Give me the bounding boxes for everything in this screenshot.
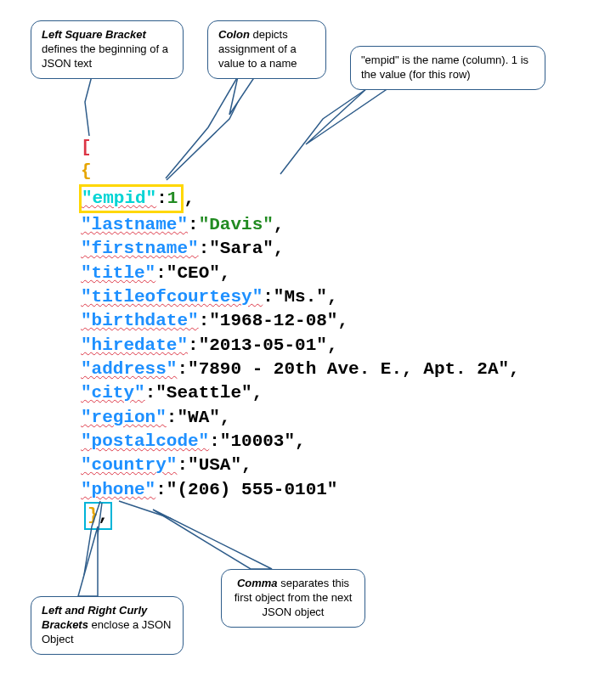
json-key: "birthdate" [81, 311, 199, 330]
colon-separator: : [188, 335, 199, 355]
json-key: "titleofcourtesy" [81, 287, 263, 307]
comma: , [220, 408, 231, 427]
code-line: "title":"CEO", [81, 262, 520, 285]
json-key: "empid" [82, 189, 156, 208]
callout-comma: Comma separates this first object from t… [221, 569, 365, 628]
json-key: "city" [81, 383, 145, 403]
json-key: "title" [81, 263, 155, 283]
json-key: "lastname" [81, 215, 188, 234]
open-square-bracket: [ [81, 138, 92, 157]
json-key: "region" [81, 408, 167, 427]
comma: , [327, 287, 338, 307]
json-value: "WA" [177, 408, 219, 427]
code-line: "country":"USA", [81, 453, 520, 477]
callout-text: defines the beginning of a JSON text [42, 42, 168, 70]
close-curly-brace: } [88, 505, 99, 525]
colon-separator: : [177, 455, 188, 475]
svg-marker-2 [78, 527, 98, 596]
code-line: "titleofcourtesy":"Ms.", [81, 285, 520, 309]
colon-separator: : [155, 263, 167, 283]
colon-separator: : [167, 408, 178, 427]
code-line: "address":"7890 - 20th Ave. E., Apt. 2A"… [81, 358, 520, 381]
json-code-block: [ { "empid":1,"lastname":"Davis","firstn… [81, 136, 520, 530]
json-key: "address" [81, 359, 177, 379]
json-key: "phone" [81, 480, 155, 499]
comma: , [509, 359, 520, 379]
colon-separator: : [155, 480, 167, 499]
colon-separator: : [209, 431, 220, 451]
callout-text: "empid" is the name (column). 1 is the v… [361, 54, 528, 81]
comma: , [337, 311, 348, 330]
code-line: "postalcode":"10003", [81, 430, 520, 453]
colon-separator: : [145, 383, 156, 403]
callout-curly-brackets: Left and Right Curly Brackets enclose a … [31, 596, 184, 655]
json-value: "Sara" [209, 239, 274, 258]
json-value: "Ms." [274, 287, 327, 307]
json-value: "2013-05-01" [199, 335, 327, 355]
json-key: "postalcode" [81, 431, 209, 451]
json-key: "hiredate" [81, 335, 188, 355]
json-value: "(206) 555-0101" [167, 480, 338, 499]
code-line: "phone":"(206) 555-0101" [81, 478, 520, 502]
callout-bold: Left Square Bracket [42, 28, 146, 41]
colon-separator: : [188, 215, 199, 234]
comma: , [274, 215, 285, 234]
colon-separator: : [199, 239, 210, 258]
code-line: "empid":1, [81, 184, 520, 213]
colon-separator: : [199, 311, 210, 330]
open-curly-brace: { [81, 161, 92, 181]
callout-bold: Colon [218, 28, 250, 41]
colon-separator: : [177, 359, 188, 379]
comma: , [184, 189, 195, 208]
separator-comma: , [99, 505, 110, 525]
json-value: "1968-12-08" [209, 311, 337, 330]
comma: , [327, 335, 338, 355]
json-value: "CEO" [167, 263, 220, 283]
comma: , [295, 431, 306, 451]
callout-empid: "empid" is the name (column). 1 is the v… [350, 46, 545, 90]
code-line: "birthdate":"1968-12-08", [81, 309, 520, 333]
json-key: "firstname" [81, 239, 199, 258]
json-value: "USA" [188, 455, 241, 475]
callout-bold: Comma [237, 577, 278, 589]
callout-left-bracket: Left Square Bracket defines the beginnin… [31, 20, 184, 79]
comma: , [252, 383, 263, 403]
comma: , [220, 263, 231, 283]
json-value: "10003" [220, 431, 295, 451]
code-line: "city":"Seattle", [81, 381, 520, 405]
code-line: "firstname":"Sara", [81, 237, 520, 261]
json-value: "7890 - 20th Ave. E., Apt. 2A" [188, 359, 509, 379]
highlight-empid: "empid":1 [79, 184, 184, 213]
comma: , [274, 239, 285, 258]
code-line: "lastname":"Davis", [81, 213, 520, 237]
colon-separator: : [263, 287, 274, 307]
json-value: 1 [167, 189, 178, 208]
close-brace-highlight: }, [84, 502, 112, 529]
json-value: "Seattle" [155, 383, 251, 403]
colon-separator: : [156, 189, 167, 208]
json-value: "Davis" [199, 215, 274, 234]
code-line: "region":"WA", [81, 406, 520, 430]
callout-colon: Colon depicts assignment of a value to a… [207, 20, 326, 79]
svg-marker-0 [229, 76, 255, 115]
json-key: "country" [81, 455, 177, 475]
comma: , [241, 455, 252, 475]
code-line: "hiredate":"2013-05-01", [81, 334, 520, 358]
